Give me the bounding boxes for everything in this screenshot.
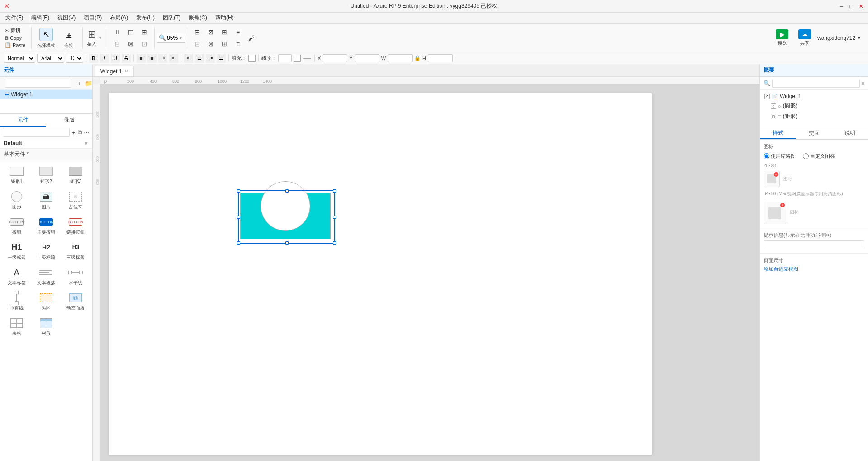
widget-rect2[interactable]: 矩形2 (32, 163, 60, 187)
widget-search-input[interactable] (3, 128, 70, 137)
user-name[interactable]: wangxidong712 ▼ (817, 35, 862, 41)
add-adaptive-view-link[interactable]: 添加自适应视图 (764, 266, 798, 272)
widget-image[interactable]: 🏔 图片 (32, 188, 60, 212)
widget-copy-btn[interactable]: ⧉ (78, 128, 82, 137)
outline-widget1-item[interactable]: ☰ Widget 1 (0, 90, 92, 99)
tab-master[interactable]: 母版 (46, 114, 92, 127)
dist-btn-2[interactable]: ⊠ (204, 38, 217, 50)
y-input[interactable] (355, 54, 379, 62)
tree-circle[interactable]: ○ ○ (圆形) (760, 101, 868, 111)
default-section[interactable]: Default ▼ (0, 138, 92, 149)
w-input[interactable] (388, 54, 413, 62)
underline-button[interactable]: U (111, 54, 120, 63)
outline-folder-btn[interactable]: 📁 (84, 79, 93, 88)
snap-btn-1[interactable]: ⊞ (218, 26, 231, 38)
tab-interaction[interactable]: 交互 (796, 127, 832, 139)
widget-button[interactable]: BUTTON 按钮 (3, 214, 30, 237)
outdent-button[interactable]: ⇤ (169, 54, 178, 63)
handle-br[interactable] (333, 241, 336, 245)
widget-add-btn[interactable]: + (71, 128, 76, 137)
widget-circle[interactable]: 圆形 (3, 188, 30, 212)
handle-bl[interactable] (237, 241, 240, 245)
menu-project[interactable]: 项目(P) (80, 13, 105, 23)
handle-ml[interactable] (237, 216, 240, 219)
handle-mr[interactable] (333, 216, 336, 219)
list-ol-button[interactable]: ≡ (147, 54, 157, 63)
align-right-button[interactable]: ⇥ (206, 54, 215, 63)
indent-button[interactable]: ⇥ (158, 54, 167, 63)
format-btn-1[interactable]: Ⅱ (111, 26, 123, 38)
widget-hotspot[interactable]: 热区 (32, 290, 60, 313)
menu-edit[interactable]: 编辑(E) (28, 13, 53, 23)
canvas-circle-shape[interactable] (261, 181, 310, 231)
menu-view[interactable]: 视图(V) (54, 13, 79, 23)
handle-bm[interactable] (285, 241, 289, 245)
outline-search-input[interactable] (5, 79, 71, 88)
group-btn-1[interactable]: ⊞ (138, 26, 151, 38)
bold-button[interactable]: B (89, 54, 98, 63)
widget-table[interactable]: 表格 (3, 315, 30, 339)
x-input[interactable] (323, 54, 347, 62)
tree-circle-checkbox[interactable]: ○ (771, 103, 776, 109)
menu-layout[interactable]: 布局(A) (106, 13, 132, 23)
menu-help[interactable]: 帮助(H) (212, 13, 237, 23)
fill-color-box[interactable] (248, 55, 256, 62)
format-btn-2[interactable]: ⊟ (111, 38, 123, 50)
menu-file[interactable]: 文件(F) (2, 13, 27, 23)
close-button[interactable]: ✕ (858, 3, 864, 9)
line-color-box[interactable] (294, 55, 301, 62)
custom-icon-input[interactable] (803, 153, 809, 159)
widget-text-a[interactable]: A 文本标签 (3, 264, 30, 288)
maximize-button[interactable]: □ (848, 3, 854, 9)
use-thumbnail-input[interactable] (764, 153, 769, 159)
widget-more-btn[interactable]: ⋯ (84, 128, 90, 137)
italic-button[interactable]: I (100, 54, 109, 63)
tab-note[interactable]: 说明 (832, 127, 868, 139)
level-btn-1[interactable]: ≡ (232, 26, 244, 38)
zoom-control[interactable]: 🔍 85% ▼ (157, 33, 185, 43)
insert-button[interactable]: ⊞ 插入 ▼ (85, 25, 105, 51)
format-brush-btn[interactable]: 🖌 (245, 32, 258, 44)
menu-account[interactable]: 账号(C) (185, 13, 211, 23)
widget-rect1[interactable]: 矩形1 (3, 163, 30, 187)
style-select[interactable]: Normal (4, 54, 35, 63)
align-btn-2[interactable]: ⊟ (191, 38, 204, 50)
strikethrough-button[interactable]: S (122, 54, 131, 63)
tree-rect-checkbox[interactable]: □ (771, 114, 776, 119)
canvas-page[interactable] (109, 93, 652, 455)
copy-button[interactable]: ⧉ Copy (4, 34, 26, 42)
list-ul-button[interactable]: ≡ (137, 54, 146, 63)
custom-icon-radio[interactable]: 自定义图标 (803, 153, 835, 160)
menu-publish[interactable]: 发布(U) (133, 13, 158, 23)
snap-btn-2[interactable]: ⊞ (218, 38, 231, 50)
justify-button[interactable]: ☰ (217, 54, 226, 63)
connect-button[interactable]: ⟁ 连接 (59, 25, 79, 51)
widget-placeholder[interactable]: ✉ 占位符 (62, 188, 90, 212)
h-input[interactable] (428, 54, 453, 62)
handle-tl[interactable] (237, 189, 240, 193)
dist-btn-1[interactable]: ⊠ (204, 26, 217, 38)
align-center-button[interactable]: ☰ (195, 54, 204, 63)
tree-widget1[interactable]: ✓ 📄 Widget 1 (760, 92, 868, 101)
tab-style[interactable]: 样式 (760, 127, 796, 139)
share-button[interactable]: ☁ 共享 (795, 28, 815, 47)
cut-button[interactable]: ✂ 剪切 (4, 27, 26, 34)
tree-widget1-checkbox[interactable]: ✓ (764, 94, 770, 99)
tooltip-input[interactable] (764, 240, 864, 249)
arrange-btn-1[interactable]: ◫ (124, 26, 137, 38)
canvas-tab-close-btn[interactable]: ✕ (124, 69, 128, 74)
widget-button-outline[interactable]: BUTTON 链接按钮 (62, 214, 90, 237)
widget-h1[interactable]: H1 一级标题 (3, 239, 30, 263)
arrange-btn-2[interactable]: ⊠ (124, 38, 137, 50)
level-btn-2[interactable]: ≡ (232, 38, 244, 50)
widget-table2[interactable]: 树形 (32, 315, 60, 339)
outline-expand-btn[interactable]: □ (73, 79, 82, 88)
align-left-button[interactable]: ⇤ (184, 54, 193, 63)
canvas-main-area[interactable]: YANCELOGONG YANCELOGONG YANCELOGONG YANC… (100, 84, 759, 461)
minimize-button[interactable]: ─ (838, 3, 844, 9)
canvas-tab-widget1[interactable]: Widget 1 ✕ (95, 66, 134, 76)
widget-h3[interactable]: H3 三级标题 (62, 239, 90, 263)
widget-hline[interactable]: 水平线 (62, 264, 90, 288)
widget-h2[interactable]: H2 二级标题 (32, 239, 60, 263)
widget-vline[interactable]: 垂直线 (3, 290, 30, 313)
